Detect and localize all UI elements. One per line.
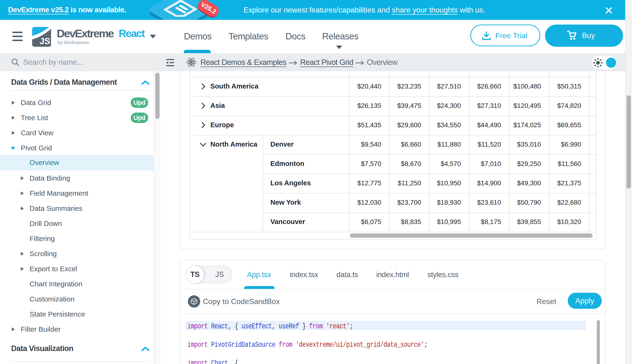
svg-text:JS: JS (40, 36, 50, 46)
